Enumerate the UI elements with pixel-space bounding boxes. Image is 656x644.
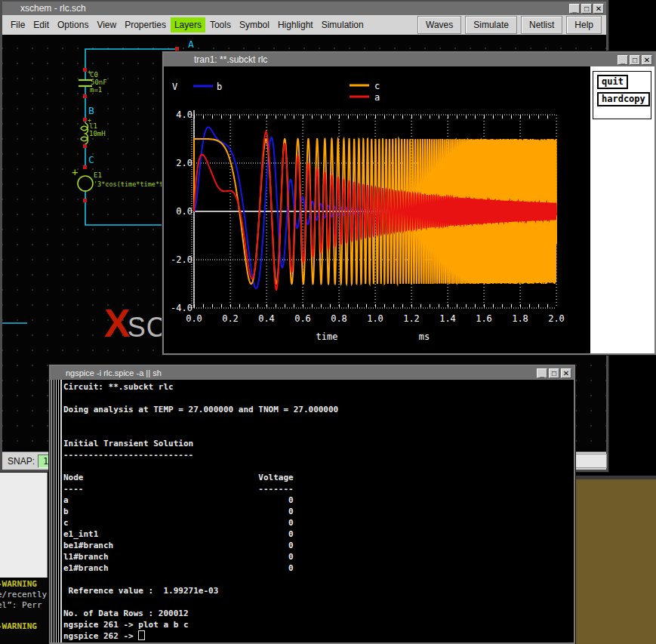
x-tick-label: 0.8 — [331, 313, 347, 324]
background-warning-terminal: -WARNING e/recently el”: Perr -WARNING — [0, 578, 48, 644]
menu-simulation[interactable]: Simulation — [318, 17, 368, 32]
menu-highlight[interactable]: Highlight — [274, 17, 317, 32]
netlist-button[interactable]: Netlist — [521, 16, 562, 34]
legend-label-a: a — [374, 92, 380, 103]
y-tick-label: -4.0 — [171, 303, 192, 313]
warning-line: -WARNING — [0, 579, 37, 589]
y-tick-label: 0.0 — [176, 206, 192, 217]
menu-file[interactable]: File — [7, 17, 29, 32]
legend-label-b: b — [217, 82, 222, 92]
waves-button[interactable]: Waves — [417, 16, 461, 34]
warning-line: -WARNING — [0, 621, 37, 631]
tran1-titlebar[interactable]: tran1: **.subckt rlc _ □ ✕ — [164, 53, 654, 66]
y-axis-label: V — [172, 82, 177, 92]
x-tick-label: 0.2 — [222, 313, 239, 324]
hardcopy-button[interactable]: hardcopy — [597, 92, 650, 106]
x-tick-label: 0.0 — [186, 313, 202, 324]
capacitor-value: 50nF — [91, 79, 107, 86]
background-white-panel — [0, 472, 48, 578]
menu-view[interactable]: View — [93, 17, 120, 32]
simulate-button[interactable]: Simulate — [465, 16, 517, 34]
inductor-value: 10mH — [89, 130, 106, 137]
status-field — [571, 454, 607, 468]
y-tick-label: 2.0 — [176, 158, 192, 168]
net-label-b[interactable]: B — [88, 105, 94, 116]
legend-label-c: c — [374, 81, 380, 91]
capacitor-mult: m=1 — [90, 86, 102, 94]
minimize-icon[interactable]: _ — [537, 368, 547, 378]
y-tick-label: 4.0 — [176, 109, 192, 120]
maximize-icon[interactable]: □ — [549, 368, 559, 378]
source-ref: E1 — [94, 171, 102, 179]
waveform-svg: 4.02.00.0-2.0-4.00.00.20.40.60.81.01.21.… — [164, 66, 590, 353]
x-tick-label: 1.0 — [367, 313, 383, 324]
close-icon[interactable]: ✕ — [561, 368, 571, 378]
maximize-icon[interactable]: □ — [581, 4, 592, 14]
desktop: -WARNING e/recently el”: Perr -WARNING x… — [0, 0, 656, 644]
menu-layers[interactable]: Layers — [171, 17, 205, 32]
x-tick-label: 1.4 — [439, 313, 456, 324]
menu-symbol[interactable]: Symbol — [236, 17, 273, 32]
terminal-cursor — [138, 630, 145, 640]
x-axis-unit: ms — [419, 331, 430, 342]
plus-mark: + — [88, 69, 91, 75]
logo-x: X — [104, 301, 128, 345]
x-tick-label: 1.8 — [512, 313, 528, 324]
menu-edit[interactable]: Edit — [29, 17, 53, 32]
warning-text: -WARNING e/recently el”: Perr -WARNING — [0, 578, 48, 632]
capacitor-symbol[interactable]: C0 50nF m=1 + — [79, 69, 107, 94]
terminal-window-title: ngspice -i rlc.spice -a || sh — [51, 366, 162, 380]
background-window-fragment — [570, 476, 656, 644]
tran1-window-title: tran1: **.subckt rlc — [164, 53, 267, 66]
tran1-plot-window: tran1: **.subckt rlc _ □ ✕ 4.02.00.0-2.0… — [162, 51, 656, 355]
close-icon[interactable]: ✕ — [593, 4, 604, 14]
terminal-scrollbar[interactable] — [51, 380, 62, 642]
quit-button[interactable]: quit — [597, 75, 628, 89]
help-button[interactable]: Help — [566, 16, 602, 34]
x-tick-label: 1.2 — [403, 313, 420, 324]
plus-mark: + — [88, 117, 91, 124]
net-label-c[interactable]: C — [88, 154, 94, 165]
xschem-menubar: FileEditOptionsViewPropertiesLayersTools… — [2, 15, 606, 35]
close-icon[interactable]: ✕ — [642, 55, 652, 65]
menu-tools[interactable]: Tools — [206, 17, 235, 32]
menu-properties[interactable]: Properties — [121, 17, 170, 32]
minimize-icon[interactable]: _ — [569, 4, 580, 14]
x-tick-label: 0.4 — [258, 313, 275, 324]
terminal-output: Circuit: **.subckt rlc Doing analysis at… — [63, 381, 338, 642]
waveform-plot-area[interactable]: 4.02.00.0-2.0-4.00.00.20.40.60.81.01.21.… — [164, 66, 590, 353]
ngspice-terminal-window: ngspice -i rlc.spice -a || sh _ □ ✕ Circ… — [49, 365, 575, 644]
x-tick-label: 1.6 — [476, 313, 492, 324]
terminal-content[interactable]: Circuit: **.subckt rlc Doing analysis at… — [51, 380, 574, 642]
minimize-icon[interactable]: _ — [618, 55, 628, 65]
maximize-icon[interactable]: □ — [630, 55, 640, 65]
warning-line: e/recently — [0, 590, 47, 599]
snap-label: SNAP: — [2, 456, 35, 467]
plot-button-box: quit hardcopy — [593, 71, 651, 119]
xschem-window-title: xschem - rlc.sch — [2, 2, 86, 15]
menu-options[interactable]: Options — [54, 17, 92, 32]
xschem-titlebar[interactable]: xschem - rlc.sch _ □ ✕ — [2, 2, 606, 15]
terminal-titlebar[interactable]: ngspice -i rlc.spice -a || sh _ □ ✕ — [51, 366, 574, 380]
x-axis-label: time — [316, 331, 338, 342]
x-tick-label: 0.6 — [294, 313, 311, 324]
y-tick-label: -2.0 — [171, 254, 192, 265]
net-label-a[interactable]: A — [188, 39, 194, 50]
warning-line: el”: Perr — [0, 600, 42, 610]
x-tick-label: 2.0 — [548, 313, 565, 324]
plus-mark: + — [72, 166, 78, 178]
plot-control-panel: quit hardcopy — [590, 66, 654, 353]
